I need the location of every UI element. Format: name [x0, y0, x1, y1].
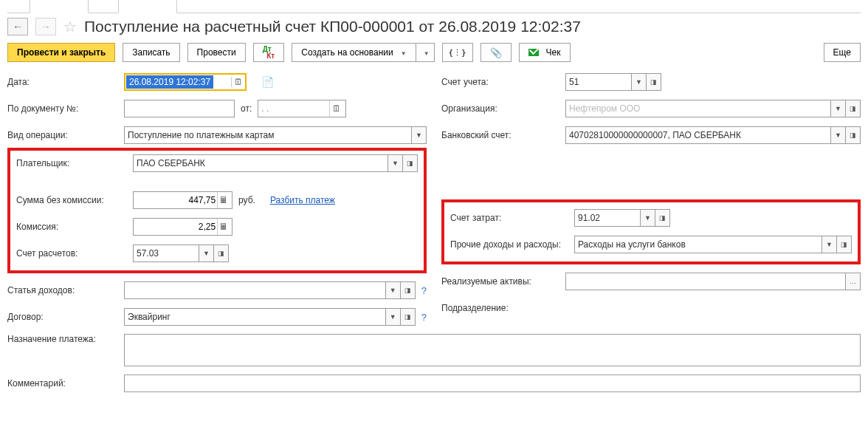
- open-button[interactable]: ◨: [655, 209, 670, 227]
- label-payer: Плательщик:: [16, 158, 127, 168]
- contract-value: Эквайринг: [128, 312, 170, 322]
- open-button[interactable]: ◨: [403, 154, 418, 172]
- doc-no-input[interactable]: [124, 100, 235, 117]
- create-based-extra-button[interactable]: [416, 43, 435, 62]
- check-label: Чек: [546, 47, 561, 58]
- save-button[interactable]: Записать: [123, 43, 179, 62]
- label-date: Дата:: [7, 77, 118, 87]
- toolbar: Провести и закрыть Записать Провести Дт …: [7, 43, 861, 72]
- label-contract: Договор:: [7, 312, 118, 322]
- op-type-value: Поступление по платежным картам: [128, 130, 275, 140]
- help-icon[interactable]: ?: [421, 312, 427, 323]
- check-button[interactable]: Чек: [519, 43, 571, 62]
- ledger-select[interactable]: 51: [565, 73, 632, 91]
- more-button[interactable]: Еще: [824, 43, 861, 62]
- back-button[interactable]: ←: [7, 18, 28, 35]
- dropdown-button[interactable]: ▼: [199, 245, 214, 262]
- op-type-select[interactable]: Поступление по платежным картам: [124, 126, 412, 144]
- open-button[interactable]: ◨: [837, 236, 852, 253]
- dropdown-button[interactable]: ▼: [822, 236, 837, 253]
- calculator-icon[interactable]: 🖩: [217, 192, 229, 208]
- label-ledger: Счет учета:: [441, 77, 559, 87]
- bank-acc-value: 40702810000000000007, ПАО СБЕРБАНК: [569, 130, 741, 140]
- settle-acc-value: 57.03: [137, 248, 159, 259]
- dtkt-button[interactable]: Дт Кт: [253, 43, 285, 62]
- label-op-type: Вид операции:: [7, 130, 118, 140]
- post-and-close-button[interactable]: Провести и закрыть: [7, 43, 115, 62]
- create-based-button[interactable]: Создать на основании: [292, 43, 416, 62]
- dropdown-button[interactable]: ▼: [412, 126, 427, 144]
- tab[interactable]: [118, 0, 177, 13]
- open-button[interactable]: ◨: [846, 126, 861, 144]
- label-comment: Комментарий:: [7, 378, 118, 389]
- open-button[interactable]: ◨: [647, 73, 661, 91]
- date-value: 26.08.2019 12:02:37: [126, 75, 213, 89]
- attachments-button[interactable]: [480, 43, 512, 62]
- open-button[interactable]: ◨: [401, 281, 416, 299]
- paperclip-icon: [490, 47, 502, 58]
- income-art-select[interactable]: [124, 281, 386, 299]
- dropdown-button[interactable]: ▼: [386, 308, 401, 326]
- org-value: Нефтепром ООО: [569, 103, 640, 114]
- date-input[interactable]: 26.08.2019 12:02:37 🗓: [126, 75, 244, 89]
- dropdown-button[interactable]: ▼: [632, 73, 647, 91]
- dtkt-icon: Дт Кт: [263, 46, 275, 59]
- split-payment-link[interactable]: Разбить платеж: [270, 195, 335, 205]
- other-inc-exp-select[interactable]: Расходы на услуги банков: [574, 236, 822, 253]
- structure-icon: {⋮}: [452, 47, 464, 58]
- open-button[interactable]: ◨: [214, 245, 229, 262]
- dropdown-button[interactable]: ▼: [641, 209, 655, 227]
- dropdown-button[interactable]: ▼: [386, 281, 401, 299]
- label-income-art: Статья доходов:: [7, 285, 118, 295]
- forward-button[interactable]: →: [35, 18, 56, 35]
- send-icon[interactable]: 📄: [261, 76, 274, 88]
- ledger-value: 51: [569, 77, 579, 87]
- dropdown-button[interactable]: ▼: [388, 154, 403, 172]
- label-purpose: Назначение платежа:: [7, 334, 118, 344]
- open-button[interactable]: ◨: [846, 100, 861, 117]
- cost-acc-select[interactable]: 91.02: [574, 209, 641, 227]
- label-division: Подразделение:: [441, 303, 559, 313]
- bank-acc-select[interactable]: 40702810000000000007, ПАО СБЕРБАНК: [565, 126, 831, 144]
- tab-strip: [7, 0, 861, 13]
- chevron-down-icon: [398, 47, 407, 58]
- highlight-box-right: Счет затрат: 91.02 ▼ ◨ Прочие доходы и р…: [441, 199, 861, 264]
- chevron-down-icon: [421, 47, 430, 58]
- payer-select[interactable]: ПАО СБЕРБАНК: [133, 154, 388, 172]
- date-field-highlight: 26.08.2019 12:02:37 🗓: [124, 73, 247, 91]
- contract-select[interactable]: Эквайринг: [124, 308, 386, 326]
- label-doc-no: По документу №:: [7, 103, 118, 114]
- purpose-textarea[interactable]: [124, 334, 861, 366]
- highlight-box-left: Плательщик: ПАО СБЕРБАНК ▼ ◨ Сумма без к…: [7, 148, 427, 273]
- other-inc-exp-value: Расходы на услуги банков: [578, 239, 686, 250]
- more-label: Еще: [833, 47, 851, 58]
- dropdown-button[interactable]: ▼: [831, 126, 846, 144]
- label-sum-no-fee: Сумма без комиссии:: [16, 195, 127, 205]
- payer-value: ПАО СБЕРБАНК: [137, 158, 205, 168]
- open-button[interactable]: ◨: [401, 308, 416, 326]
- check-icon: [528, 49, 539, 56]
- cost-acc-value: 91.02: [578, 213, 600, 223]
- calendar-icon[interactable]: 🗓: [231, 77, 244, 87]
- page-title: Поступление на расчетный счет КП00-00000…: [84, 18, 581, 35]
- settle-acc-select[interactable]: 57.03: [133, 245, 199, 262]
- help-icon[interactable]: ?: [421, 285, 427, 296]
- fee-input[interactable]: 🖩: [133, 218, 232, 236]
- calculator-icon[interactable]: 🖩: [217, 219, 229, 235]
- tab[interactable]: [30, 0, 89, 13]
- label-other-inc-exp: Прочие доходы и расходы:: [450, 239, 568, 250]
- realized-assets-select[interactable]: [565, 273, 846, 290]
- open-button[interactable]: …: [846, 273, 861, 290]
- comment-input[interactable]: [124, 375, 861, 392]
- doc-date-input[interactable]: . . 🗓: [258, 100, 346, 117]
- sum-no-fee-input[interactable]: 🖩: [133, 191, 232, 209]
- create-based-label: Создать на основании: [301, 47, 393, 58]
- structure-button[interactable]: {⋮}: [442, 43, 473, 62]
- org-select[interactable]: Нефтепром ООО: [565, 100, 831, 117]
- label-from: от:: [241, 103, 252, 114]
- calendar-icon[interactable]: 🗓: [329, 100, 342, 117]
- dropdown-button[interactable]: ▼: [831, 100, 846, 117]
- favorite-star-icon[interactable]: ☆: [63, 18, 77, 35]
- post-button[interactable]: Провести: [187, 43, 246, 62]
- label-realized-assets: Реализуемые активы:: [441, 276, 559, 287]
